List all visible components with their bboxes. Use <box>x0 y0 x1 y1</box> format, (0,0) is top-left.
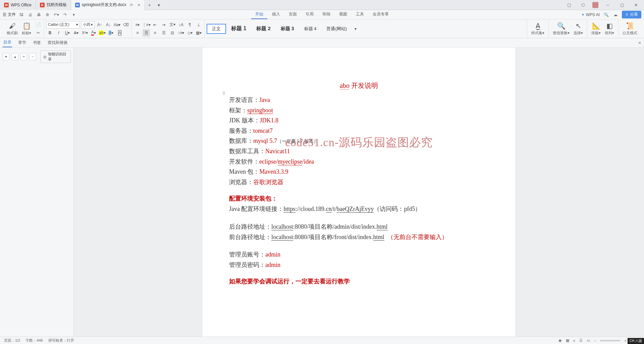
sidebar-tab-find[interactable]: 查找和替换 <box>47 39 68 47</box>
status-spell[interactable]: 拼写检查：打开 <box>48 338 74 343</box>
find-replace-button[interactable]: 🔍 查找替换▾ <box>551 19 572 38</box>
menu-tab-view[interactable]: 视图 <box>335 10 351 19</box>
toc-up-button[interactable]: ▴ <box>11 53 18 60</box>
style-heading4[interactable]: 标题 4 <box>299 24 322 34</box>
sidebar-tab-chapter[interactable]: 章节 <box>17 39 27 47</box>
cut-icon[interactable]: ✂ <box>35 29 42 37</box>
copy-icon[interactable]: 📄 <box>35 21 42 28</box>
toc-collapse-button[interactable]: ▾ <box>3 53 9 60</box>
zoom-in-icon[interactable]: + <box>624 339 626 343</box>
close-panel-icon[interactable]: ✕ <box>638 41 641 45</box>
change-case-icon[interactable]: Aa▾ <box>113 21 121 28</box>
italic-icon[interactable]: I <box>55 29 62 37</box>
undo-icon[interactable]: ↶▾ <box>53 12 59 18</box>
toc-add-button[interactable]: + <box>20 53 27 60</box>
menu-tab-page[interactable]: 页面 <box>285 10 301 19</box>
select-button[interactable]: ↖ 选择▾ <box>572 19 585 38</box>
line-spacing-icon[interactable]: ↕≡▾ <box>177 29 185 37</box>
refresh-icon[interactable]: ⟳ <box>130 3 133 7</box>
tab-menu-button[interactable]: ▾ <box>154 0 163 10</box>
font-effects-icon[interactable]: A <box>116 29 123 37</box>
font-select[interactable]: Calibri (正文) ▾ <box>46 21 80 28</box>
file-menu[interactable]: ☰ 文件 <box>3 12 16 17</box>
style-scroll-icon[interactable]: ▾ <box>352 25 359 33</box>
zoom-slider[interactable] <box>600 340 620 341</box>
user-avatar-icon[interactable] <box>592 2 598 8</box>
toc-remove-button[interactable]: − <box>29 53 36 60</box>
show-marks-icon[interactable]: ¶ <box>186 21 194 28</box>
menu-tab-start[interactable]: 开始 <box>251 10 267 19</box>
align-left-icon[interactable]: ≡ <box>134 29 141 37</box>
increase-font-icon[interactable]: A↑ <box>96 21 103 28</box>
close-tab-icon[interactable]: ✕ <box>137 3 141 7</box>
tabs-icon[interactable]: ⊥ <box>195 21 202 28</box>
fill-color-icon[interactable]: ◇▾ <box>186 29 194 37</box>
superscript-icon[interactable]: X²▾ <box>81 29 89 37</box>
font-size-select[interactable]: 小四 ▾ <box>81 21 95 28</box>
sidebar-tab-bookmark[interactable]: 书签 <box>32 39 42 47</box>
paste-button[interactable]: 📋 粘贴▾ <box>20 19 33 38</box>
view-outline-icon[interactable]: ☰ <box>579 338 583 343</box>
app-tab-document[interactable]: W springboot开发文档.docx ⟳ ✕ <box>71 0 145 10</box>
more-icon[interactable]: ▾ <box>71 12 77 18</box>
print-preview-icon[interactable]: 🖶 <box>36 12 42 18</box>
menu-tab-review[interactable]: 审阅 <box>318 10 334 19</box>
export-icon[interactable]: 🗎 <box>45 12 51 18</box>
gov-mode-button[interactable]: 📜 公文模式 <box>621 19 639 38</box>
layout-button[interactable]: 📐 排版▾ <box>589 19 603 38</box>
number-list-icon[interactable]: ⋮≡▾ <box>143 21 150 28</box>
view-read-icon[interactable]: ▭ <box>587 338 590 343</box>
view-print-icon[interactable]: ▦ <box>566 338 569 343</box>
view-mode-icon[interactable]: ◉ <box>558 338 562 343</box>
align-center-icon[interactable]: ☰ <box>143 29 150 37</box>
styles-button[interactable]: A̲ 样式集▾ <box>529 19 546 38</box>
cloud-icon[interactable]: ☁ <box>612 12 619 18</box>
cube-icon[interactable]: ⬡ <box>578 1 588 9</box>
view-web-icon[interactable]: ≡ <box>573 339 575 343</box>
add-tab-button[interactable]: + <box>145 0 154 10</box>
menu-tab-member[interactable]: 会员专享 <box>369 10 393 19</box>
text-direction-icon[interactable]: 文▾ <box>169 21 176 28</box>
close-window-button[interactable]: ✕ <box>631 1 641 9</box>
minimize-button[interactable]: ─ <box>603 1 612 9</box>
clear-format-icon[interactable]: ⌫ <box>122 21 129 28</box>
maximize-button[interactable]: ▢ <box>617 1 627 9</box>
app-tab-template[interactable]: D 找稻壳模板 <box>36 0 71 10</box>
underline-icon[interactable]: U▾ <box>64 29 71 37</box>
style-web[interactable]: 普通(网站) <box>321 24 352 34</box>
drag-handle-icon[interactable]: ⠿ <box>222 91 225 96</box>
border-icon[interactable]: ▦▾ <box>195 29 202 37</box>
smart-toc-button[interactable]: ◎ 智能识别目录 <box>40 50 71 63</box>
menu-tab-tools[interactable]: 工具 <box>352 10 368 19</box>
style-heading3[interactable]: 标题 3 <box>276 24 299 34</box>
bullet-list-icon[interactable]: ≡▾ <box>134 21 141 28</box>
document-viewport[interactable]: ⠿ abo 开发说明 开发语言：Java 框架：springboot JDK 版… <box>74 48 644 337</box>
bold-icon[interactable]: B <box>46 29 54 37</box>
print-icon[interactable]: 🖨 <box>27 12 33 18</box>
format-brush-button[interactable]: 🖌 格式刷 <box>5 19 20 38</box>
app-tab-wps[interactable]: W WPS Office <box>0 0 36 10</box>
sort-icon[interactable]: ↕A <box>177 21 185 28</box>
style-normal[interactable]: 正文 <box>207 24 226 34</box>
shading-icon[interactable]: A▾ <box>107 29 115 37</box>
align-right-icon[interactable]: ≡ <box>151 29 159 37</box>
menu-tab-reference[interactable]: 引用 <box>302 10 318 19</box>
save-icon[interactable]: 🖫 <box>18 12 24 18</box>
justify-icon[interactable]: ☰ <box>160 29 167 37</box>
status-page[interactable]: 页面：1/2 <box>4 338 20 343</box>
distribute-icon[interactable]: ⊟ <box>169 29 176 37</box>
redo-icon[interactable]: ↷ <box>62 12 68 18</box>
sidebar-tab-toc[interactable]: 目录 <box>3 38 12 47</box>
arrange-button[interactable]: ◧ 排列▾ <box>603 19 616 38</box>
window-device-icon[interactable]: ▢ <box>564 1 574 9</box>
zoom-out-icon[interactable]: − <box>594 339 596 343</box>
decrease-indent-icon[interactable]: ⇤ <box>151 21 159 28</box>
search-icon[interactable]: 🔍 <box>603 12 609 18</box>
style-heading2[interactable]: 标题 2 <box>251 24 276 34</box>
strikethrough-icon[interactable]: A̶▾ <box>72 29 80 37</box>
wps-ai-button[interactable]: ✦ WPS AI <box>581 12 600 17</box>
decrease-font-icon[interactable]: A↓ <box>105 21 112 28</box>
status-words[interactable]: 字数：448 <box>25 338 43 343</box>
menu-tab-insert[interactable]: 插入 <box>268 10 284 19</box>
highlight-icon[interactable]: ab▾ <box>99 29 106 37</box>
